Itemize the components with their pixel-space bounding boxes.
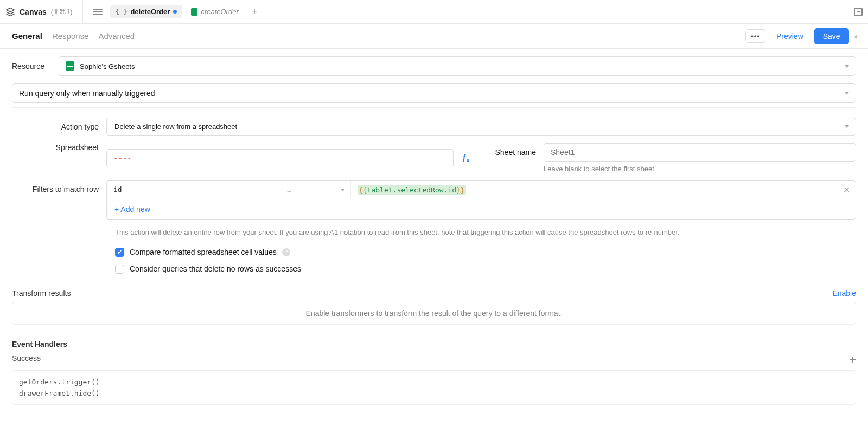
handler-line: getOrders.trigger() [19, 376, 849, 388]
action-type-row: Action type Delete a single row from a s… [12, 118, 856, 136]
add-filter-button[interactable]: + Add new [107, 199, 856, 219]
sheet-name-hint: Leave blank to select the first sheet [544, 165, 856, 173]
subnav-general[interactable]: General [12, 31, 42, 41]
compare-checkbox[interactable] [115, 248, 124, 257]
subnav-right: ••• Preview Save ‹‹ [745, 28, 856, 44]
consider-check-row: Consider queries that delete no rows as … [115, 265, 856, 274]
consider-checkbox[interactable] [115, 265, 124, 274]
canvas-section[interactable]: Canvas (⇧⌘1) [5, 0, 83, 24]
add-tab-button[interactable]: + [247, 6, 262, 17]
tab-createorder[interactable]: createOrder [186, 5, 244, 18]
action-type-label: Action type [12, 122, 99, 131]
sheet-name-input[interactable] [544, 143, 856, 162]
minimize-icon[interactable] [854, 8, 863, 16]
preview-button[interactable]: Preview [771, 29, 809, 44]
compare-label: Compare formatted spreadsheet cell value… [130, 248, 277, 256]
handlers-box[interactable]: getOrders.trigger() drawerFrame1.hide() [12, 370, 856, 405]
sub-nav: General Response Advanced ••• Preview Sa… [0, 24, 868, 49]
divider [12, 107, 856, 108]
canvas-label: Canvas [20, 8, 47, 16]
canvas-shortcut: (⇧⌘1) [51, 8, 73, 16]
run-mode-value: Run query only when manually triggered [19, 89, 155, 98]
tab-deleteorder[interactable]: { } deleteOrder [110, 5, 183, 18]
resource-value: Sophie's Gsheets [80, 62, 135, 70]
fx-button[interactable]: ƒx [459, 153, 473, 163]
filter-operator-select[interactable]: = [280, 181, 351, 199]
transform-header: Transform results Enable [12, 289, 856, 298]
enable-transform-button[interactable]: Enable [832, 289, 856, 298]
transform-hint: Enable transformers to transform the res… [306, 309, 563, 318]
transform-title: Transform results [12, 289, 71, 298]
filter-note: This action will delete an entire row fr… [115, 227, 831, 238]
sheet-icon [191, 8, 197, 16]
content-area: Resource Sophie's Gsheets Run query only… [0, 49, 868, 412]
action-type-value: Delete a single row from a spreadsheet [114, 122, 237, 131]
hamburger-icon[interactable] [93, 9, 103, 15]
filters-row: Filters to match row id = {{table1.selec… [12, 180, 856, 220]
events-header: Event Handlers [12, 340, 856, 349]
filter-group: id = {{table1.selectedRow.id}} ✕ + Add n… [106, 180, 856, 220]
transform-hint-box: Enable transformers to transform the res… [12, 302, 856, 325]
topbar-right [854, 8, 863, 16]
save-button[interactable]: Save [814, 28, 849, 44]
run-mode-select[interactable]: Run query only when manually triggered [12, 83, 856, 103]
collapse-icon[interactable]: ‹‹ [854, 32, 856, 41]
tabs-section: { } deleteOrder createOrder + [83, 5, 262, 18]
tab-label: createOrder [201, 8, 238, 16]
subnav-response[interactable]: Response [52, 31, 89, 41]
compare-check-row: Compare formatted spreadsheet cell value… [115, 248, 856, 257]
unsaved-dot-icon [173, 10, 177, 14]
layers-icon [5, 7, 15, 17]
svg-marker-0 [7, 8, 15, 12]
resource-row: Resource Sophie's Gsheets [12, 56, 856, 76]
filters-label: Filters to match row [12, 180, 99, 194]
action-type-select[interactable]: Delete a single row from a spreadsheet [106, 118, 856, 136]
events-title: Event Handlers [12, 340, 67, 349]
filter-rule: id = {{table1.selectedRow.id}} ✕ [107, 181, 856, 199]
resource-select[interactable]: Sophie's Gsheets [59, 56, 856, 76]
success-label: Success [12, 354, 41, 363]
filter-value-input[interactable]: {{table1.selectedRow.id}} [351, 181, 837, 199]
template-expression: {{table1.selectedRow.id}} [358, 185, 466, 195]
filter-key-input[interactable]: id [107, 181, 280, 199]
sheet-name-label: Sheet name [489, 148, 536, 157]
spreadsheet-input[interactable]: ---- [106, 149, 454, 167]
top-bar: Canvas (⇧⌘1) { } deleteOrder createOrder… [0, 0, 868, 24]
resource-label: Resource [12, 62, 51, 70]
more-options-button[interactable]: ••• [745, 29, 765, 43]
delete-filter-button[interactable]: ✕ [837, 181, 856, 199]
consider-label: Consider queries that delete no rows as … [130, 265, 301, 273]
handler-line: drawerFrame1.hide() [19, 388, 849, 399]
add-handler-button[interactable]: + [849, 353, 856, 367]
spreadsheet-row: Spreadsheet ---- ƒx Sheet name Leave bla… [12, 143, 856, 173]
code-braces-icon: { } [116, 8, 127, 16]
subnav-advanced[interactable]: Advanced [98, 31, 135, 41]
gsheets-icon [66, 61, 74, 71]
help-icon[interactable]: ? [282, 248, 290, 256]
spreadsheet-label: Spreadsheet [12, 143, 99, 152]
subnav-tabs: General Response Advanced [12, 31, 135, 41]
tab-label: deleteOrder [130, 8, 170, 16]
